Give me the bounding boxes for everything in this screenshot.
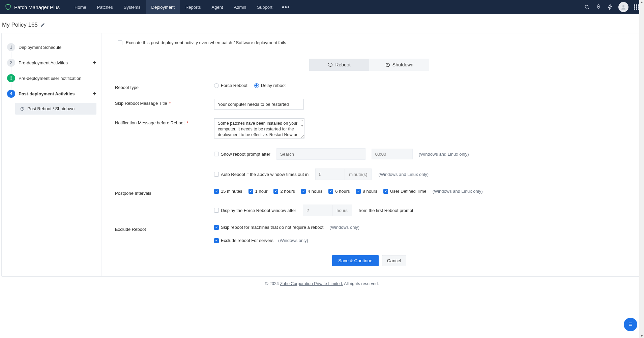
- apps-grid-icon[interactable]: [634, 4, 639, 10]
- nav-tab-reports[interactable]: Reports: [180, 0, 206, 14]
- row-notification-message: Notification Message before Reboot * ▲▼: [115, 118, 623, 140]
- auto-reboot-timeout-input[interactable]: [316, 172, 345, 177]
- postpone-hint: (Windows and Linux only): [433, 189, 483, 194]
- label-notification-message: Notification Message before Reboot *: [115, 118, 214, 125]
- row-postpone-intervals: Postpone Intervals 15 minutes 1 hour 2 h…: [115, 189, 623, 196]
- top-nav: Patch Manager Plus Home Patches Systems …: [0, 0, 644, 14]
- nav-tab-patches[interactable]: Patches: [92, 0, 118, 14]
- nav-tab-deployment[interactable]: Deployment: [146, 0, 180, 14]
- label-reboot-type: Reboot type: [115, 83, 214, 90]
- force-reboot-value-input[interactable]: [303, 208, 332, 213]
- auto-reboot-timeout-input-group: minute(s): [315, 168, 372, 180]
- nav-tab-support[interactable]: Support: [252, 0, 278, 14]
- nav-tab-home[interactable]: Home: [69, 0, 92, 14]
- toggle-reboot-label: Reboot: [335, 62, 350, 67]
- step-pre-deployment-activities[interactable]: 2 Pre-deployment Activities +: [2, 55, 101, 70]
- form-main: Execute this post-deployment activity ev…: [101, 33, 642, 276]
- step-label: Post-deployment Activities: [19, 91, 92, 96]
- show-prompt-time-input[interactable]: [372, 149, 413, 159]
- postpone-4hours-checkbox[interactable]: [301, 189, 306, 194]
- textarea-scroll-buttons[interactable]: ▲▼: [301, 119, 303, 127]
- force-reboot-suffix: from the first Reboot prompt: [359, 208, 413, 213]
- content-panel: 1 Deployment Schedule 2 Pre-deployment A…: [1, 33, 643, 277]
- footer-prefix: © 2024: [265, 281, 280, 286]
- rocket-icon[interactable]: [595, 4, 602, 10]
- brand-name: Patch Manager Plus: [14, 4, 60, 10]
- sub-item-label: Post Reboot / Shutdown: [27, 106, 75, 111]
- postpone-6hours-checkbox[interactable]: [328, 189, 333, 194]
- force-reboot-unit: hours: [332, 205, 352, 216]
- user-avatar[interactable]: [618, 2, 628, 12]
- svg-line-1: [588, 8, 589, 9]
- label-exclude-reboot: Exclude Reboot: [115, 225, 214, 232]
- svg-point-3: [622, 5, 624, 7]
- bolt-icon[interactable]: [607, 4, 613, 10]
- force-reboot-window-checkbox[interactable]: [214, 208, 219, 213]
- show-prompt-checkbox[interactable]: [214, 152, 219, 156]
- footer: © 2024 Zoho Corporation Private Limited.…: [1, 277, 643, 291]
- expand-icon[interactable]: +: [92, 59, 96, 67]
- radio-label: Force Reboot: [221, 83, 247, 88]
- toggle-reboot[interactable]: Reboot: [309, 59, 369, 71]
- save-continue-button[interactable]: Save & Continue: [332, 255, 378, 266]
- edit-title-icon[interactable]: [40, 23, 45, 27]
- nav-tab-agent[interactable]: Agent: [206, 0, 229, 14]
- show-prompt-label: Show reboot prompt after: [221, 152, 270, 157]
- cancel-button[interactable]: Cancel: [382, 255, 406, 266]
- search-icon[interactable]: [584, 4, 590, 10]
- step-label: Pre-deployment user notification: [19, 76, 96, 81]
- radio-force-reboot[interactable]: Force Reboot: [214, 83, 247, 88]
- postpone-2hours-checkbox[interactable]: [273, 189, 278, 194]
- nav-more-button[interactable]: •••: [278, 0, 294, 14]
- nav-tab-systems[interactable]: Systems: [118, 0, 146, 14]
- auto-reboot-hint: (Windows and Linux only): [378, 172, 429, 177]
- execute-on-fail-row: Execute this post-deployment activity ev…: [115, 40, 623, 45]
- skip-reboot-hint: (Windows only): [329, 225, 359, 230]
- exclude-servers-checkbox[interactable]: [214, 238, 219, 243]
- exclude-servers-hint: (Windows only): [278, 238, 308, 243]
- step-pre-deployment-user-notification[interactable]: 3 Pre-deployment user notification: [2, 70, 101, 86]
- step-number: 3: [7, 74, 15, 82]
- row-reboot-type: Reboot type Force Reboot Delay reboot: [115, 83, 623, 90]
- toggle-shutdown[interactable]: Shutdown: [369, 59, 429, 71]
- postpone-15min-checkbox[interactable]: [214, 189, 219, 194]
- step-post-deployment-activities[interactable]: 4 Post-deployment Activities +: [2, 86, 101, 101]
- postpone-8hours-checkbox[interactable]: [356, 189, 361, 194]
- row-skip-title: Skip Reboot Message Title *: [115, 99, 623, 110]
- radio-icon: [254, 83, 259, 88]
- execute-on-fail-checkbox[interactable]: [118, 40, 122, 45]
- radio-label: Delay reboot: [261, 83, 286, 88]
- row-auto-reboot: Auto Reboot if the above window times ou…: [115, 168, 623, 180]
- execute-on-fail-label: Execute this post-deployment activity ev…: [126, 40, 286, 45]
- step-number: 4: [7, 90, 15, 98]
- expand-icon[interactable]: +: [92, 90, 96, 98]
- auto-reboot-checkbox[interactable]: [214, 172, 219, 177]
- step-number: 1: [7, 43, 15, 51]
- nav-tabs: Home Patches Systems Deployment Reports …: [69, 0, 294, 14]
- page-scrollbar[interactable]: ▲ ▼: [639, 0, 644, 291]
- row-force-reboot-window: Display the Force Reboot window after ho…: [115, 205, 623, 216]
- notification-message-textarea[interactable]: [214, 118, 304, 139]
- skip-reboot-checkbox[interactable]: [214, 225, 219, 230]
- step-label: Pre-deployment Activities: [19, 60, 92, 65]
- step-deployment-schedule[interactable]: 1 Deployment Schedule: [2, 39, 101, 55]
- force-reboot-input-group: hours: [303, 205, 352, 216]
- step-label: Deployment Schedule: [19, 45, 96, 50]
- sub-item-post-reboot-shutdown[interactable]: Post Reboot / Shutdown: [15, 103, 96, 115]
- postpone-user-defined-checkbox[interactable]: [383, 189, 388, 194]
- label-postpone: Postpone Intervals: [115, 189, 214, 196]
- label-skip-title: Skip Reboot Message Title *: [115, 99, 214, 106]
- footer-link[interactable]: Zoho Corporation Private Limited.: [280, 281, 343, 286]
- skip-reboot-label: Skip reboot for machines that do not req…: [221, 225, 323, 230]
- power-icon: [20, 106, 25, 111]
- shutdown-icon: [385, 62, 390, 67]
- postpone-1hour-checkbox[interactable]: [248, 189, 253, 194]
- page-title: My Policy 165: [2, 22, 38, 28]
- show-prompt-search-input[interactable]: [276, 148, 365, 160]
- page-title-row: My Policy 165: [1, 14, 643, 33]
- skip-title-input[interactable]: [214, 99, 304, 110]
- nav-tab-admin[interactable]: Admin: [228, 0, 252, 14]
- show-prompt-hint: (Windows and Linux only): [419, 152, 469, 157]
- radio-delay-reboot[interactable]: Delay reboot: [254, 83, 286, 88]
- auto-reboot-unit: minute(s): [345, 169, 371, 180]
